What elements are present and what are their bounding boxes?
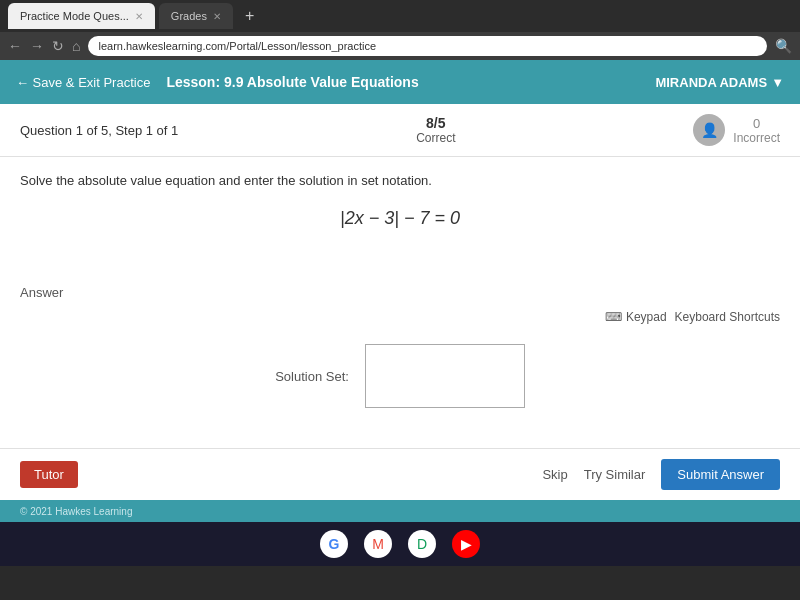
avatar: 👤: [693, 114, 725, 146]
app-container: ← Save & Exit Practice Lesson: 9.9 Absol…: [0, 60, 800, 522]
top-nav: ← Save & Exit Practice Lesson: 9.9 Absol…: [0, 60, 800, 104]
question-header: Question 1 of 5, Step 1 of 1 8/5 Correct…: [0, 104, 800, 157]
tab-practice[interactable]: Practice Mode Ques... ✕: [8, 3, 155, 29]
score-section: 8/5 Correct: [416, 115, 455, 145]
browser-chrome: Practice Mode Ques... ✕ Grades ✕ + ← → ↻…: [0, 0, 800, 60]
keypad-icon: ⌨: [605, 310, 622, 324]
back-button[interactable]: ←: [8, 38, 22, 54]
correct-label: Correct: [416, 131, 455, 145]
top-nav-left: ← Save & Exit Practice Lesson: 9.9 Absol…: [16, 74, 419, 90]
tab-close-practice[interactable]: ✕: [135, 11, 143, 22]
bottom-bar: Tutor Skip Try Similar Submit Answer: [0, 448, 800, 500]
taskbar: G M D ▶: [0, 522, 800, 566]
search-icon: 🔍: [775, 38, 792, 54]
equation-display: |2x − 3| − 7 = 0: [20, 208, 780, 229]
keyboard-shortcuts-button[interactable]: Keyboard Shortcuts: [675, 310, 780, 324]
tab-bar: Practice Mode Ques... ✕ Grades ✕ +: [0, 0, 800, 32]
dropdown-icon: ▼: [771, 75, 784, 90]
save-exit-button[interactable]: ← Save & Exit Practice: [16, 75, 150, 90]
home-button[interactable]: ⌂: [72, 38, 80, 54]
tab-grades[interactable]: Grades ✕: [159, 3, 233, 29]
skip-button[interactable]: Skip: [542, 467, 567, 482]
forward-button[interactable]: →: [30, 38, 44, 54]
keypad-label: Keypad: [626, 310, 667, 324]
new-tab-button[interactable]: +: [237, 7, 262, 25]
question-info: Question 1 of 5, Step 1 of 1: [20, 123, 178, 138]
user-menu[interactable]: MIRANDA ADAMS ▼: [655, 75, 784, 90]
url-bar[interactable]: learn.hawkeslearning.com/Portal/Lesson/l…: [88, 36, 767, 56]
incorrect-section: 👤 0 Incorrect: [693, 114, 780, 146]
question-content: Solve the absolute value equation and en…: [0, 157, 800, 275]
footer: © 2021 Hawkes Learning: [0, 500, 800, 522]
taskbar-drive-icon[interactable]: D: [408, 530, 436, 558]
try-similar-button[interactable]: Try Similar: [584, 467, 646, 482]
tab-grades-label: Grades: [171, 10, 207, 22]
user-name: MIRANDA ADAMS: [655, 75, 767, 90]
solution-row: Solution Set:: [20, 344, 780, 408]
solution-label: Solution Set:: [275, 369, 349, 384]
tab-close-grades[interactable]: ✕: [213, 11, 221, 22]
submit-answer-button[interactable]: Submit Answer: [661, 459, 780, 490]
refresh-button[interactable]: ↻: [52, 38, 64, 54]
footer-copyright: © 2021 Hawkes Learning: [20, 506, 132, 517]
keypad-row: ⌨ Keypad Keyboard Shortcuts: [20, 310, 780, 324]
keypad-button[interactable]: ⌨ Keypad: [605, 310, 667, 324]
bottom-right-buttons: Skip Try Similar Submit Answer: [542, 459, 780, 490]
question-instructions: Solve the absolute value equation and en…: [20, 173, 780, 188]
answer-label: Answer: [20, 285, 780, 300]
answer-section: Answer ⌨ Keypad Keyboard Shortcuts Solut…: [0, 275, 800, 448]
tutor-button[interactable]: Tutor: [20, 461, 78, 488]
taskbar-gmail-icon[interactable]: M: [364, 530, 392, 558]
incorrect-label: Incorrect: [733, 131, 780, 145]
url-text: learn.hawkeslearning.com/Portal/Lesson/l…: [98, 40, 376, 52]
solution-input[interactable]: [365, 344, 525, 408]
address-bar: ← → ↻ ⌂ learn.hawkeslearning.com/Portal/…: [0, 32, 800, 60]
lesson-title: Lesson: 9.9 Absolute Value Equations: [166, 74, 418, 90]
tab-practice-label: Practice Mode Ques...: [20, 10, 129, 22]
score-number: 8/5: [426, 115, 445, 131]
keyboard-shortcuts-label: Keyboard Shortcuts: [675, 310, 780, 324]
taskbar-youtube-icon[interactable]: ▶: [452, 530, 480, 558]
taskbar-google-icon[interactable]: G: [320, 530, 348, 558]
incorrect-info: 0 Incorrect: [733, 116, 780, 145]
incorrect-count: 0: [753, 116, 760, 131]
